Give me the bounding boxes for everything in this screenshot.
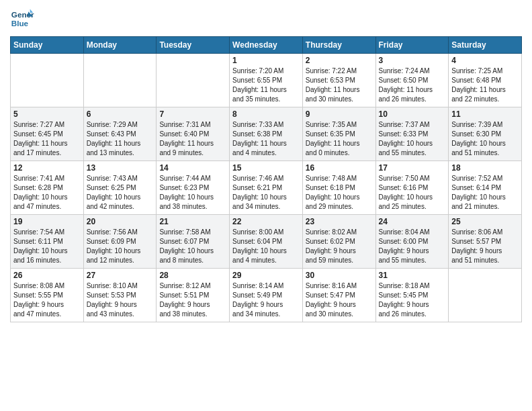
day-number: 13 (87, 163, 154, 173)
calendar-table: SundayMondayTuesdayWednesdayThursdayFrid… (10, 36, 522, 322)
day-cell: 26Sunrise: 8:08 AM Sunset: 5:55 PM Dayli… (11, 269, 84, 322)
day-cell: 24Sunrise: 8:04 AM Sunset: 6:00 PM Dayli… (375, 215, 449, 269)
header: General Blue (10, 7, 522, 31)
day-info: Sunrise: 7:22 AM Sunset: 6:53 PM Dayligh… (306, 66, 373, 104)
day-info: Sunrise: 8:02 AM Sunset: 6:02 PM Dayligh… (306, 228, 373, 265)
week-row-5: 26Sunrise: 8:08 AM Sunset: 5:55 PM Dayli… (11, 269, 522, 322)
day-cell: 14Sunrise: 7:44 AM Sunset: 6:23 PM Dayli… (157, 161, 230, 215)
day-info: Sunrise: 7:25 AM Sunset: 6:48 PM Dayligh… (451, 66, 519, 104)
day-cell (11, 54, 84, 107)
day-number: 15 (232, 163, 300, 173)
day-info: Sunrise: 7:44 AM Sunset: 6:23 PM Dayligh… (159, 174, 226, 212)
calendar-body: 1Sunrise: 7:20 AM Sunset: 6:55 PM Daylig… (11, 54, 522, 322)
day-info: Sunrise: 7:43 AM Sunset: 6:25 PM Dayligh… (87, 174, 154, 212)
day-info: Sunrise: 8:04 AM Sunset: 6:00 PM Dayligh… (379, 228, 446, 265)
column-header-saturday: Saturday (449, 37, 522, 54)
day-cell: 30Sunrise: 8:16 AM Sunset: 5:47 PM Dayli… (302, 269, 375, 322)
day-cell: 6Sunrise: 7:29 AM Sunset: 6:43 PM Daylig… (83, 107, 157, 161)
day-cell: 25Sunrise: 8:06 AM Sunset: 5:57 PM Dayli… (449, 215, 522, 269)
day-cell: 22Sunrise: 8:00 AM Sunset: 6:04 PM Dayli… (230, 215, 303, 269)
day-info: Sunrise: 8:14 AM Sunset: 5:49 PM Dayligh… (232, 281, 300, 319)
day-cell: 16Sunrise: 7:48 AM Sunset: 6:18 PM Dayli… (302, 161, 375, 215)
day-number: 8 (232, 109, 300, 119)
column-header-friday: Friday (375, 37, 449, 54)
day-cell: 8Sunrise: 7:33 AM Sunset: 6:38 PM Daylig… (230, 107, 303, 161)
column-header-monday: Monday (83, 37, 157, 54)
week-row-1: 1Sunrise: 7:20 AM Sunset: 6:55 PM Daylig… (11, 54, 522, 107)
day-cell (449, 269, 522, 322)
logo: General Blue (10, 7, 37, 31)
day-info: Sunrise: 7:37 AM Sunset: 6:33 PM Dayligh… (379, 120, 446, 158)
day-cell: 13Sunrise: 7:43 AM Sunset: 6:25 PM Dayli… (83, 161, 157, 215)
day-cell: 4Sunrise: 7:25 AM Sunset: 6:48 PM Daylig… (449, 54, 522, 107)
day-info: Sunrise: 7:50 AM Sunset: 6:16 PM Dayligh… (379, 174, 446, 212)
day-cell: 20Sunrise: 7:56 AM Sunset: 6:09 PM Dayli… (83, 215, 157, 269)
day-cell: 31Sunrise: 8:18 AM Sunset: 5:45 PM Dayli… (375, 269, 449, 322)
day-cell: 17Sunrise: 7:50 AM Sunset: 6:16 PM Dayli… (375, 161, 449, 215)
day-number: 18 (451, 163, 519, 173)
day-info: Sunrise: 7:56 AM Sunset: 6:09 PM Dayligh… (87, 228, 154, 265)
day-cell: 10Sunrise: 7:37 AM Sunset: 6:33 PM Dayli… (375, 107, 449, 161)
day-number: 23 (306, 217, 373, 226)
day-cell: 15Sunrise: 7:46 AM Sunset: 6:21 PM Dayli… (230, 161, 303, 215)
day-cell: 9Sunrise: 7:35 AM Sunset: 6:35 PM Daylig… (302, 107, 375, 161)
day-info: Sunrise: 7:31 AM Sunset: 6:40 PM Dayligh… (159, 120, 226, 158)
day-info: Sunrise: 7:58 AM Sunset: 6:07 PM Dayligh… (159, 228, 226, 265)
column-header-wednesday: Wednesday (230, 37, 303, 54)
day-cell: 2Sunrise: 7:22 AM Sunset: 6:53 PM Daylig… (302, 54, 375, 107)
day-number: 16 (306, 163, 373, 173)
day-number: 21 (159, 217, 226, 226)
day-info: Sunrise: 7:24 AM Sunset: 6:50 PM Dayligh… (379, 66, 446, 104)
day-number: 7 (159, 109, 226, 119)
day-number: 22 (232, 217, 300, 226)
day-number: 5 (13, 109, 81, 119)
day-info: Sunrise: 7:48 AM Sunset: 6:18 PM Dayligh… (306, 174, 373, 212)
day-info: Sunrise: 8:08 AM Sunset: 5:55 PM Dayligh… (13, 281, 81, 319)
day-number: 10 (379, 109, 446, 119)
day-info: Sunrise: 8:12 AM Sunset: 5:51 PM Dayligh… (159, 281, 226, 319)
day-cell: 1Sunrise: 7:20 AM Sunset: 6:55 PM Daylig… (230, 54, 303, 107)
day-cell: 18Sunrise: 7:52 AM Sunset: 6:14 PM Dayli… (449, 161, 522, 215)
day-number: 12 (13, 163, 81, 173)
day-info: Sunrise: 8:10 AM Sunset: 5:53 PM Dayligh… (87, 281, 154, 319)
calendar-header-row: SundayMondayTuesdayWednesdayThursdayFrid… (11, 37, 522, 54)
day-cell (83, 54, 157, 107)
day-cell: 5Sunrise: 7:27 AM Sunset: 6:45 PM Daylig… (11, 107, 84, 161)
day-info: Sunrise: 7:52 AM Sunset: 6:14 PM Dayligh… (451, 174, 519, 212)
day-cell (157, 54, 230, 107)
week-row-3: 12Sunrise: 7:41 AM Sunset: 6:28 PM Dayli… (11, 161, 522, 215)
day-number: 30 (306, 271, 373, 280)
day-info: Sunrise: 7:54 AM Sunset: 6:11 PM Dayligh… (13, 228, 81, 265)
day-number: 4 (451, 56, 519, 65)
day-cell: 21Sunrise: 7:58 AM Sunset: 6:07 PM Dayli… (157, 215, 230, 269)
day-info: Sunrise: 7:41 AM Sunset: 6:28 PM Dayligh… (13, 174, 81, 212)
day-info: Sunrise: 7:33 AM Sunset: 6:38 PM Dayligh… (232, 120, 300, 158)
day-info: Sunrise: 8:06 AM Sunset: 5:57 PM Dayligh… (451, 228, 519, 265)
day-info: Sunrise: 8:16 AM Sunset: 5:47 PM Dayligh… (306, 281, 373, 319)
day-info: Sunrise: 7:29 AM Sunset: 6:43 PM Dayligh… (87, 120, 154, 158)
day-info: Sunrise: 7:46 AM Sunset: 6:21 PM Dayligh… (232, 174, 300, 212)
day-info: Sunrise: 8:18 AM Sunset: 5:45 PM Dayligh… (379, 281, 446, 319)
day-cell: 27Sunrise: 8:10 AM Sunset: 5:53 PM Dayli… (83, 269, 157, 322)
day-number: 19 (13, 217, 81, 226)
day-number: 14 (159, 163, 226, 173)
page: General Blue SundayMondayTuesdayWednesda… (0, 0, 532, 411)
day-number: 29 (232, 271, 300, 280)
day-number: 6 (87, 109, 154, 119)
day-cell: 28Sunrise: 8:12 AM Sunset: 5:51 PM Dayli… (157, 269, 230, 322)
day-cell: 29Sunrise: 8:14 AM Sunset: 5:49 PM Dayli… (230, 269, 303, 322)
day-number: 17 (379, 163, 446, 173)
day-number: 3 (379, 56, 446, 65)
column-header-thursday: Thursday (302, 37, 375, 54)
svg-text:Blue: Blue (11, 19, 29, 28)
day-info: Sunrise: 7:27 AM Sunset: 6:45 PM Dayligh… (13, 120, 81, 158)
day-number: 20 (87, 217, 154, 226)
day-number: 26 (13, 271, 81, 280)
week-row-4: 19Sunrise: 7:54 AM Sunset: 6:11 PM Dayli… (11, 215, 522, 269)
week-row-2: 5Sunrise: 7:27 AM Sunset: 6:45 PM Daylig… (11, 107, 522, 161)
day-number: 24 (379, 217, 446, 226)
day-number: 27 (87, 271, 154, 280)
day-number: 9 (306, 109, 373, 119)
day-number: 28 (159, 271, 226, 280)
column-header-sunday: Sunday (11, 37, 84, 54)
